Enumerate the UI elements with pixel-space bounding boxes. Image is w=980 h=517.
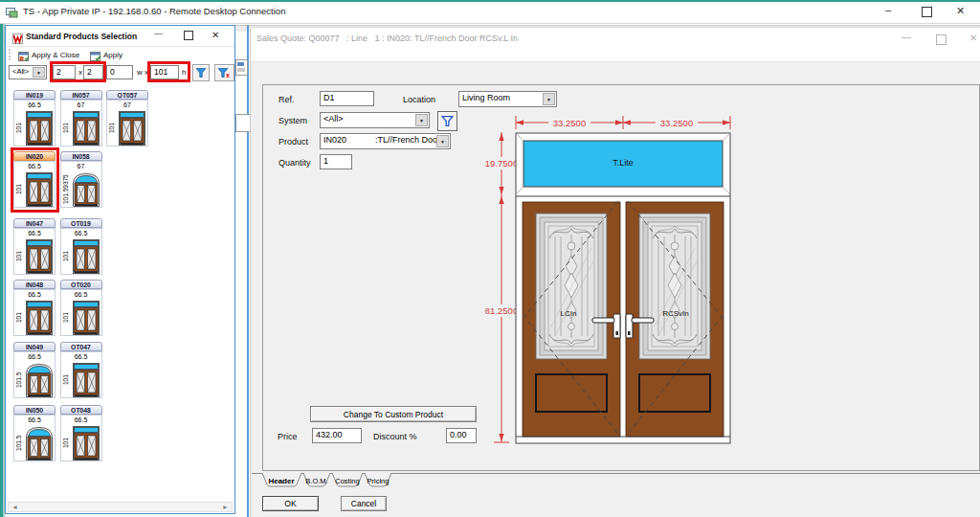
product-width: 66.5 — [14, 416, 55, 423]
product-preview: 66.5101 — [60, 228, 102, 275]
product-code: OT020 — [60, 280, 102, 289]
product-card-ot020[interactable]: OT02066.5101 — [60, 280, 102, 336]
chevron-down-icon[interactable]: ▼ — [436, 135, 449, 147]
dim-door-height: 81.2500 — [485, 305, 518, 316]
product-card-in049[interactable]: IN04966.5101.5 — [13, 342, 56, 398]
product-code: IN058 — [60, 151, 102, 161]
cancel-label: Cancel — [351, 499, 376, 508]
price-label: Price — [278, 432, 298, 441]
rdp-app-icon — [6, 6, 18, 18]
product-card-in057[interactable]: IN05767101 — [60, 90, 102, 146]
product-width: 66.5 — [61, 353, 101, 360]
product-height: 101 — [14, 111, 23, 146]
rdp-window-title: TS - App Private IP - 192.168.0.60 - Rem… — [23, 6, 285, 16]
system-dropdown[interactable]: <All> ▼ — [320, 112, 430, 128]
product-card-ot019[interactable]: OT01966.5101 — [60, 218, 102, 275]
product-preview: 66.5101 — [60, 289, 102, 336]
product-preview: 67101 — [60, 100, 102, 146]
sales-quote-window: Sales Quote: Q00077 : Line 1 : IN020: TL… — [250, 27, 980, 517]
product-width: 67 — [61, 163, 101, 169]
product-code: OT057 — [106, 90, 148, 100]
product-preview: 66.5101.5 — [13, 415, 56, 461]
quote-minimize-icon[interactable]: — — [902, 32, 911, 42]
product-card-in047[interactable]: IN04766.5101 — [13, 218, 56, 275]
product-card-in048[interactable]: IN04866.5101 — [13, 280, 56, 336]
scroll-right-icon[interactable]: ► — [222, 504, 229, 510]
right-door-label: RCSvIn — [662, 309, 689, 318]
product-height: 101 — [61, 363, 70, 397]
product-card-ot047[interactable]: OT04766.5101 — [60, 342, 102, 398]
product-preview: 67101.59375 — [60, 161, 102, 208]
product-width: 67 — [61, 101, 101, 108]
door-drawing: 33.2500 33.2500 19.7500 81.2500 T.Lite — [484, 106, 752, 453]
product-preview: 66.5101 — [13, 289, 56, 336]
tab-strip: Header B.O.M. Costing Pricing — [252, 473, 980, 492]
product-card-ot048[interactable]: OT04866.5101 — [60, 405, 102, 461]
location-dropdown[interactable]: Living Room ▼ — [458, 91, 557, 107]
cancel-button[interactable]: Cancel — [341, 496, 387, 511]
door-thumbnail-icon — [119, 111, 145, 146]
chevron-down-icon[interactable]: ▼ — [415, 114, 428, 126]
dim-width-right: 33.2500 — [660, 118, 693, 128]
product-code: IN057 — [60, 90, 102, 100]
door-thumbnail-icon — [26, 239, 53, 274]
discount-input[interactable]: 0.00 — [446, 428, 477, 443]
product-height: 101 — [61, 426, 70, 461]
product-card-in050[interactable]: IN05066.5101.5 — [13, 405, 56, 461]
product-code: OT019 — [60, 218, 102, 228]
sales-quote-title: Sales Quote: Q00077 : Line 1 : IN020: TL… — [256, 34, 518, 43]
product-preview: 67101 — [106, 100, 148, 146]
door-thumbnail-icon — [73, 426, 100, 461]
background-toolbar-icon — [235, 59, 248, 76]
dim-transom-height: 19.7500 — [485, 158, 518, 169]
scroll-left-icon[interactable]: ◄ — [11, 504, 18, 510]
ok-button[interactable]: OK — [262, 496, 319, 511]
product-height: 101.59375 — [61, 172, 70, 207]
rdp-maximize-icon[interactable] — [922, 7, 932, 17]
product-card-in058[interactable]: IN05867101.59375 — [60, 151, 102, 208]
chevron-down-icon[interactable]: ▼ — [543, 93, 555, 105]
product-width: 66.5 — [14, 291, 55, 298]
product-code: IN048 — [13, 280, 56, 289]
product-card-in019[interactable]: IN01966.5101 — [13, 90, 56, 146]
left-door-label: LCIn — [561, 309, 577, 318]
door-thumbnail-icon — [73, 363, 100, 397]
change-button-label: Change To Custom Product — [344, 410, 443, 419]
product-value: IN020 — [323, 135, 346, 145]
product-code: IN050 — [13, 405, 56, 415]
door-thumbnail-icon — [73, 111, 100, 146]
horizontal-scrollbar[interactable]: ◄ ► — [8, 502, 233, 512]
product-preview: 66.5101 — [13, 228, 56, 275]
tab-header-label: Header — [268, 477, 294, 485]
screen: TS - App Private IP - 192.168.0.60 - Rem… — [0, 0, 980, 517]
product-height: 101.5 — [14, 363, 23, 397]
product-height: 101.5 — [14, 426, 23, 461]
product-preview: 66.5101 — [13, 100, 56, 146]
product-height: 101 — [14, 239, 23, 274]
quantity-label: Quantity — [278, 158, 311, 168]
location-value: Living Room — [462, 93, 510, 102]
quote-close-icon[interactable]: ✕ — [969, 33, 977, 43]
transom-label: T.Lite — [612, 158, 634, 168]
product-card-ot057[interactable]: OT05767101 — [106, 90, 148, 146]
system-value: <All> — [323, 114, 344, 124]
rdp-titlebar-divider — [0, 23, 980, 24]
quantity-input[interactable]: 1 — [320, 154, 352, 169]
price-input[interactable]: 432.00 — [312, 428, 362, 443]
product-height: 101 — [61, 111, 70, 146]
rdp-top-border — [0, 0, 980, 2]
dim-width-left: 33.2500 — [553, 118, 586, 128]
door-thumbnail-icon — [26, 111, 53, 146]
rdp-minimize-icon[interactable]: – — [885, 4, 891, 15]
rdp-close-icon[interactable]: ✕ — [956, 5, 965, 17]
ref-input[interactable]: D1 — [320, 91, 374, 106]
system-filter-button[interactable] — [437, 111, 457, 131]
product-code: OT048 — [60, 405, 102, 415]
change-to-custom-product-button[interactable]: Change To Custom Product — [310, 406, 477, 422]
product-height: 101 — [61, 239, 70, 274]
product-dropdown[interactable]: IN020 :TL//French Door ▼ — [320, 133, 451, 149]
product-height: 101 — [14, 301, 23, 335]
quote-maximize-icon[interactable] — [936, 34, 947, 45]
product-preview: 66.5101.5 — [13, 351, 56, 398]
tab-pricing-label: Pricing — [368, 477, 390, 485]
